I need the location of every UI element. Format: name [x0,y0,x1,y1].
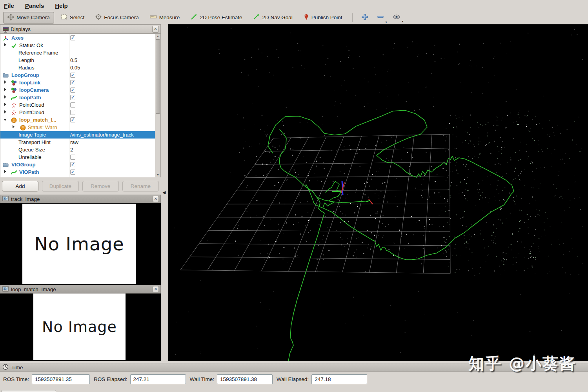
pointcloud-dot [459,269,459,270]
pointcloud-dot [260,253,261,254]
row-value[interactable]: /vins_estimator/image_track [70,132,134,138]
visibility-checkbox[interactable]: ✓ [70,35,75,40]
pointcloud-dot [358,204,358,205]
wall-time-input[interactable] [217,374,273,384]
display-row-queue-size[interactable]: Queue Size2 [0,146,155,153]
wall-elapsed-input[interactable] [311,374,367,384]
tool-zoom-in-icon[interactable] [358,11,371,24]
close-icon[interactable]: ✕ [153,196,159,202]
display-row-viogroup[interactable]: VIOGroup✓ [0,161,155,168]
pointcloud-dot [563,243,564,243]
remove-button[interactable]: Remove [82,181,119,191]
pointcloud-dot [536,124,537,125]
3d-viewport[interactable] [168,24,588,361]
pointcloud-dot [527,222,528,223]
menu-panels[interactable]: Panels [25,2,44,9]
display-row-image-topic[interactable]: Image Topic/vins_estimator/image_track [0,131,155,139]
pointcloud-dot [409,166,410,167]
pointcloud-dot [519,189,519,190]
rename-button[interactable]: Rename [122,181,159,191]
display-row-axes-status[interactable]: Status: Ok [0,42,155,49]
tool-eye-icon[interactable]: ▾ [390,12,404,23]
tree-scrollbar[interactable]: ▲ ▼ [155,34,160,177]
display-row-length[interactable]: Length0.5 [0,57,155,64]
expand-right-icon[interactable] [4,110,6,114]
visibility-checkbox[interactable]: ✓ [70,117,75,122]
display-row-loopgroup[interactable]: LoopGroup✓ [0,71,155,79]
display-row-loop-match-status[interactable]: Status: Warn [0,124,155,131]
tool-publish-point[interactable]: Publish Point [299,12,347,24]
chevron-down-icon[interactable]: ▾ [386,20,387,24]
tool-measure[interactable]: Measure [146,13,184,22]
scrollbar-thumb[interactable] [156,39,160,114]
row-value[interactable]: 0.5 [70,57,77,63]
pointcloud-dot [503,261,504,262]
display-row-loop-match-image[interactable]: loop_match_I...✓ [0,116,155,124]
display-row-axes[interactable]: Axes✓ [0,34,155,42]
close-icon[interactable]: ✕ [152,26,159,33]
pointcloud-dot [324,182,325,182]
visibility-checkbox[interactable] [70,102,75,108]
expand-right-icon[interactable] [4,88,6,92]
tool-move-camera[interactable]: Move Camera [3,12,54,24]
expand-right-icon[interactable] [4,103,6,107]
close-icon[interactable]: ✕ [153,286,159,292]
display-row-transport-hint[interactable]: Transport Hintraw [0,139,155,146]
menu-file[interactable]: File [4,2,14,9]
visibility-checkbox[interactable]: ✓ [70,80,75,85]
visibility-checkbox[interactable]: ✓ [70,88,75,93]
row-label: Queue Size [18,147,45,153]
tool-select[interactable]: Select [56,12,89,23]
display-row-pointcloud-1[interactable]: PointCloud [0,101,155,109]
tool-2d-pose-estimate[interactable]: 2D Pose Estimate [186,12,246,23]
pointcloud-dot [402,142,402,142]
display-row-looplink[interactable]: loopLink✓ [0,79,155,86]
display-row-loopcamera[interactable]: loopCamera✓ [0,86,155,94]
expand-down-icon[interactable] [4,118,7,122]
visibility-checkbox[interactable]: ✓ [70,170,75,175]
row-value[interactable]: 2 [70,147,73,153]
tool-2d-nav-goal[interactable]: 2D Nav Goal [249,12,297,23]
display-row-radius[interactable]: Radius0.05 [0,64,155,71]
visibility-checkbox[interactable]: ✓ [70,73,75,78]
pointcloud-dot [524,247,524,248]
pointcloud-dot [470,145,470,145]
visibility-checkbox[interactable] [70,155,75,160]
ros-time-input[interactable] [32,374,90,384]
duplicate-button[interactable]: Duplicate [42,181,78,191]
display-row-pointcloud-2[interactable]: PointCloud [0,109,155,116]
visibility-checkbox[interactable]: ✓ [70,162,75,167]
pointcloud-dot [364,106,365,107]
display-row-reference-frame[interactable]: Reference Frame [0,49,155,57]
visibility-checkbox[interactable] [70,110,75,115]
expand-right-icon[interactable] [4,95,6,99]
pointcloud-dot [200,354,200,354]
display-row-viopath[interactable]: VIOPath✓ [0,168,155,176]
pointcloud-dot [455,272,455,273]
tool-focus-camera[interactable]: Focus Camera [91,12,143,23]
row-label: loopLink [19,80,40,86]
expand-right-icon[interactable] [13,125,15,129]
row-value[interactable]: raw [70,139,78,145]
pointcloud-dot [459,190,459,190]
tool-zoom-out-icon[interactable]: ▾ [374,11,387,24]
display-row-unreliable[interactable]: Unreliable [0,153,155,161]
expand-right-icon[interactable] [4,80,6,84]
ros-elapsed-input[interactable] [130,374,186,384]
pointcloud-dot [328,227,328,228]
expand-right-icon[interactable] [4,170,6,174]
pointcloud-dot [293,224,294,224]
panel-splitter[interactable]: ◀ [161,24,168,361]
visibility-checkbox[interactable]: ✓ [70,95,75,100]
scroll-down-icon[interactable]: ▼ [155,172,160,177]
collapse-panel-icon[interactable]: ◀ [162,190,166,195]
add-button[interactable]: Add [2,181,38,191]
reset-button-partial[interactable] [1,390,56,392]
chevron-down-icon[interactable]: ▾ [402,20,404,23]
display-row-looppath[interactable]: loopPath✓ [0,94,155,101]
row-value[interactable]: 0.05 [70,65,80,71]
scroll-up-icon[interactable]: ▲ [155,34,160,39]
expand-right-icon[interactable] [4,43,6,47]
menu-help[interactable]: Help [55,2,68,9]
pointcloud-dot [342,239,342,239]
